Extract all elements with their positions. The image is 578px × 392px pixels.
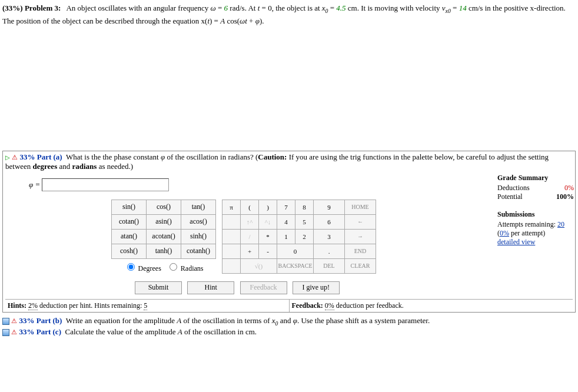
fn-acos[interactable]: acos() <box>181 214 216 229</box>
fn-acotan[interactable]: acotan() <box>147 229 181 244</box>
other-parts: ⚠ 33% Part (b) Write an equation for the… <box>2 316 576 337</box>
fn-cosh[interactable]: cosh() <box>112 244 147 258</box>
key-clear[interactable]: CLEAR <box>345 258 376 273</box>
key-3[interactable]: 3 <box>314 229 345 244</box>
part-c-row[interactable]: ⚠ 33% Part (c) Calculate the value of th… <box>2 327 576 337</box>
per-attempt-link[interactable]: 0% <box>500 229 509 237</box>
key-mul[interactable]: * <box>259 229 277 244</box>
hints-info: Hints: 2% deduction per hint. Hints rema… <box>5 300 290 312</box>
degrees-radio[interactable]: Degrees <box>124 264 161 273</box>
feedback-info: Feedback: 0% deduction per feedback. <box>290 300 573 312</box>
expand-icon <box>2 318 9 325</box>
phi-label: φ = <box>29 180 40 189</box>
part-a-container: ▷ ⚠ 33% Part (a) What is the the phase c… <box>2 151 576 313</box>
fn-tan[interactable]: tan() <box>181 200 216 214</box>
fn-sin[interactable]: sin() <box>112 200 147 214</box>
answer-row: φ = <box>29 178 494 191</box>
detailed-view-link[interactable]: detailed view <box>497 238 574 247</box>
hint-button[interactable]: Hint <box>187 281 234 294</box>
key-div[interactable]: / <box>241 229 259 244</box>
key-blank3[interactable] <box>222 244 241 258</box>
grade-summary: Grade Summary Deductions0% Potential100%… <box>494 174 574 247</box>
part-b-row[interactable]: ⚠ 33% Part (b) Write an equation for the… <box>2 316 576 327</box>
action-buttons: Submit Hint Feedback I give up! <box>135 281 494 294</box>
key-pi[interactable]: π <box>222 200 241 214</box>
problem-statement: (33%) Problem 3: An object oscillates wi… <box>2 2 576 27</box>
warning-icon: ⚠ <box>11 328 17 335</box>
key-4[interactable]: 4 <box>277 214 295 229</box>
warning-icon: ⚠ <box>11 317 17 324</box>
function-palette: sin() cos() tan() cotan() asin() acos() … <box>111 200 216 259</box>
key-blank4[interactable] <box>222 258 241 273</box>
key-home[interactable]: HOME <box>345 200 376 214</box>
key-9[interactable]: 9 <box>314 200 345 214</box>
key-0[interactable]: 0 <box>277 244 314 258</box>
key-7[interactable]: 7 <box>277 200 295 214</box>
key-6[interactable]: 6 <box>314 214 345 229</box>
key-plus[interactable]: + <box>241 244 259 258</box>
fn-sinh[interactable]: sinh() <box>181 229 216 244</box>
key-blank2[interactable] <box>222 229 241 244</box>
fn-cos[interactable]: cos() <box>147 200 181 214</box>
radians-radio[interactable]: Radians <box>167 264 204 273</box>
key-minus[interactable]: - <box>259 244 277 258</box>
key-left[interactable]: ← <box>345 214 376 229</box>
key-1[interactable]: 1 <box>277 229 295 244</box>
key-blank1[interactable] <box>222 214 241 229</box>
key-del[interactable]: DEL <box>314 258 345 273</box>
key-sub[interactable]: ^↓ <box>259 214 277 229</box>
expand-icon <box>2 329 9 336</box>
key-backspace[interactable]: BACKSPACE <box>277 258 314 273</box>
triangle-play-icon: ▷ <box>5 154 10 161</box>
part-a-header: ▷ ⚠ 33% Part (a) What is the the phase c… <box>5 152 573 171</box>
key-sqrt[interactable]: √() <box>241 258 277 273</box>
submit-button[interactable]: Submit <box>135 281 182 294</box>
fn-tanh[interactable]: tanh() <box>147 244 181 258</box>
warning-icon: ⚠ <box>12 154 18 161</box>
key-end[interactable]: END <box>345 244 376 258</box>
feedback-button[interactable]: Feedback <box>240 281 287 294</box>
key-5[interactable]: 5 <box>295 214 314 229</box>
key-sup[interactable]: ↑^ <box>241 214 259 229</box>
hints-feedback-row: Hints: 2% deduction per hint. Hints rema… <box>5 299 573 312</box>
angle-mode-row: Degrees Radians <box>111 259 216 275</box>
key-right[interactable]: → <box>345 229 376 244</box>
attempts-link[interactable]: 20 <box>557 220 564 228</box>
giveup-button[interactable]: I give up! <box>293 281 340 294</box>
fn-cotanh[interactable]: cotanh() <box>181 244 216 258</box>
answer-input[interactable] <box>42 178 169 191</box>
key-2[interactable]: 2 <box>295 229 314 244</box>
key-8[interactable]: 8 <box>295 200 314 214</box>
fn-asin[interactable]: asin() <box>147 214 181 229</box>
key-rparen[interactable]: ) <box>259 200 277 214</box>
keypad: π ( ) 7 8 9 HOME ↑^ ^↓ 4 5 6 <box>222 200 376 274</box>
fn-atan[interactable]: atan() <box>112 229 147 244</box>
key-dot[interactable]: . <box>314 244 345 258</box>
fn-cotan[interactable]: cotan() <box>112 214 147 229</box>
key-lparen[interactable]: ( <box>241 200 259 214</box>
